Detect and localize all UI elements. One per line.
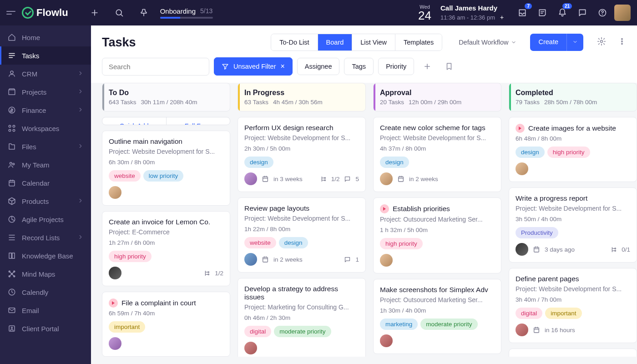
task-card[interactable]: Create an agreement bbox=[509, 349, 637, 357]
user-avatar[interactable] bbox=[614, 5, 631, 21]
tag[interactable]: marketing bbox=[380, 318, 418, 330]
quick-add-button[interactable]: Quick Add bbox=[102, 117, 167, 125]
sidebar-item-my-team[interactable]: My Team bbox=[0, 156, 91, 174]
task-card[interactable]: Create new color scheme for tags Project… bbox=[373, 117, 501, 192]
chat-icon[interactable] bbox=[574, 5, 591, 21]
pin-icon[interactable] bbox=[136, 5, 152, 21]
task-card[interactable]: Outline main navigation Project: Website… bbox=[102, 131, 230, 206]
assignee-avatar[interactable] bbox=[380, 254, 393, 267]
tag[interactable]: high priority bbox=[380, 238, 423, 249]
tag[interactable]: website bbox=[244, 237, 276, 248]
column-header[interactable]: Completed 79 Tasks28h 50m / 78h 00m bbox=[509, 83, 637, 111]
filter-priority[interactable]: Priority bbox=[378, 58, 414, 75]
column-done: Completed 79 Tasks28h 50m / 78h 00m Crea… bbox=[509, 83, 637, 357]
view-templates[interactable]: Templates bbox=[395, 34, 442, 51]
view-to-do-list[interactable]: To-Do List bbox=[271, 34, 318, 51]
filter-tags[interactable]: Tags bbox=[344, 58, 374, 75]
note-icon[interactable] bbox=[534, 5, 551, 21]
sidebar-item-crm[interactable]: CRM bbox=[0, 65, 91, 83]
sidebar-item-client-portal[interactable]: Client Portal bbox=[0, 319, 91, 338]
task-card[interactable]: Define parent pages Project: Website Dev… bbox=[509, 268, 637, 343]
assignee-avatar[interactable] bbox=[516, 243, 528, 256]
full-form-button[interactable]: Full Form bbox=[167, 117, 230, 125]
add-filter-icon[interactable] bbox=[419, 57, 436, 76]
sidebar-item-products[interactable]: Products bbox=[0, 192, 91, 210]
assignee-avatar[interactable] bbox=[244, 172, 257, 185]
task-card[interactable]: Create images for a website 6h 48m / 8h … bbox=[509, 117, 637, 182]
sidebar-item-tasks[interactable]: Tasks bbox=[0, 46, 91, 65]
tag[interactable]: high priority bbox=[547, 147, 590, 158]
pin-icon bbox=[109, 298, 118, 308]
sidebar-item-workspaces[interactable]: Workspaces bbox=[0, 119, 91, 137]
assignee-avatar[interactable] bbox=[380, 172, 393, 185]
tag[interactable]: moderate priority bbox=[420, 318, 477, 330]
bookmark-icon[interactable] bbox=[440, 57, 458, 76]
tag[interactable]: moderate priority bbox=[274, 326, 331, 337]
column-header[interactable]: To Do 643 Tasks30h 11m / 208h 40m bbox=[102, 83, 230, 111]
date-widget[interactable]: Wed 24 bbox=[418, 5, 431, 21]
task-card[interactable]: Perform UX design research Project: Webs… bbox=[238, 117, 366, 192]
tag[interactable]: digital bbox=[516, 308, 542, 319]
sidebar-item-files[interactable]: Files bbox=[0, 137, 91, 156]
task-card[interactable]: Make screenshots for Simplex Adv Project… bbox=[373, 279, 501, 354]
sidebar-item-email[interactable]: Email bbox=[0, 301, 91, 319]
sidebar-item-mind-maps[interactable]: Mind Maps bbox=[0, 265, 91, 283]
sidebar-item-finance[interactable]: Finance bbox=[0, 101, 91, 119]
view-list-view[interactable]: List View bbox=[352, 34, 395, 51]
create-button[interactable]: Create bbox=[530, 34, 566, 51]
close-icon[interactable]: × bbox=[280, 62, 284, 71]
task-card[interactable]: Write a progress report Project: Website… bbox=[509, 187, 637, 263]
assignee-avatar[interactable] bbox=[109, 186, 121, 199]
tag[interactable]: low priority bbox=[143, 170, 184, 182]
sidebar-item-knowledge-base[interactable]: Knowledge Base bbox=[0, 247, 91, 265]
assignee-avatar[interactable] bbox=[380, 334, 393, 347]
settings-icon[interactable] bbox=[597, 37, 606, 48]
tag[interactable]: design bbox=[516, 147, 545, 158]
sidebar-item-home[interactable]: Home bbox=[0, 28, 91, 46]
task-card[interactable]: File a complaint in court 6h 59m / 7h 40… bbox=[102, 292, 230, 357]
assignee-avatar[interactable] bbox=[109, 267, 121, 279]
tag[interactable]: important bbox=[109, 321, 145, 333]
sidebar-item-agile-projects[interactable]: Agile Projects bbox=[0, 210, 91, 228]
next-event[interactable]: Call James Hardy 11:36 am - 12:36 pm + bbox=[440, 4, 506, 21]
tag[interactable]: website bbox=[109, 170, 141, 182]
help-icon[interactable] bbox=[594, 5, 611, 21]
sidebar-item-calendar[interactable]: Calendar bbox=[0, 174, 91, 192]
menu-icon[interactable] bbox=[6, 11, 15, 15]
assignee-avatar[interactable] bbox=[244, 253, 257, 266]
create-dropdown[interactable] bbox=[566, 34, 583, 51]
assignee-avatar[interactable] bbox=[244, 342, 257, 354]
column-header[interactable]: Approval 20 Tasks12h 00m / 29h 00m bbox=[373, 83, 501, 111]
assignee-avatar[interactable] bbox=[109, 337, 121, 350]
more-icon[interactable] bbox=[618, 37, 626, 47]
assignee-avatar[interactable] bbox=[516, 162, 528, 175]
task-card[interactable]: Develop a strategy to address issues Pro… bbox=[238, 278, 366, 357]
tag[interactable]: design bbox=[279, 237, 308, 248]
bell-icon[interactable]: 21 bbox=[554, 5, 571, 21]
tag[interactable]: Productivity bbox=[516, 227, 558, 238]
tag[interactable]: digital bbox=[244, 326, 271, 337]
inbox-icon[interactable]: 7 bbox=[514, 5, 531, 21]
workflow-selector[interactable]: Default Workflow bbox=[459, 39, 516, 46]
assignee-avatar[interactable] bbox=[516, 324, 528, 336]
tag[interactable]: high priority bbox=[109, 251, 152, 262]
column-header[interactable]: In Progress 63 Tasks4h 45m / 30h 56m bbox=[238, 83, 366, 111]
task-card[interactable]: Establish priorities Project: Outsourced… bbox=[373, 197, 501, 273]
sidebar-item-calendly[interactable]: Calendly bbox=[0, 283, 91, 301]
search-icon[interactable] bbox=[111, 5, 127, 21]
sidebar-item-projects[interactable]: Projects bbox=[0, 83, 91, 101]
event-add-icon[interactable]: + bbox=[498, 13, 506, 21]
logo[interactable]: Flowlu bbox=[22, 7, 68, 19]
tag[interactable]: design bbox=[380, 157, 409, 168]
search-input[interactable] bbox=[102, 58, 209, 76]
filter-assignee[interactable]: Assignee bbox=[297, 58, 340, 75]
tag[interactable]: design bbox=[244, 157, 273, 168]
onboarding-widget[interactable]: Onboarding 5/13 bbox=[160, 7, 213, 19]
view-board[interactable]: Board bbox=[318, 34, 353, 51]
tag[interactable]: important bbox=[545, 308, 581, 319]
task-card[interactable]: Review page layouts Project: Website Dev… bbox=[238, 197, 366, 273]
sidebar-item-record-lists[interactable]: Record Lists bbox=[0, 228, 91, 247]
task-card[interactable]: Create an invoice for Lemon Co. Project:… bbox=[102, 211, 230, 286]
filter-unsaved[interactable]: Unsaved Filter × bbox=[214, 57, 293, 76]
add-icon[interactable] bbox=[86, 5, 103, 21]
